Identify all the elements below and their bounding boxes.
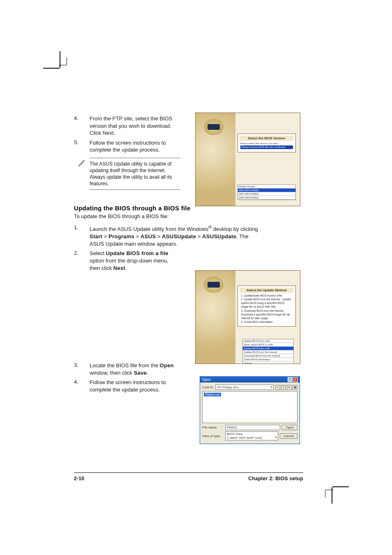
method-panel: Select the Update Method 1. Update/Save …: [238, 286, 296, 327]
open-button[interactable]: Open: [282, 425, 297, 430]
screenshot-select-update-method: Select the Update Method 1. Update/Save …: [195, 270, 300, 364]
ftp-instructions: 4. From the FTP site, select the BIOS ve…: [74, 115, 180, 190]
close-icon[interactable]: ×: [293, 377, 298, 382]
panel-title: Select the BIOS Version: [240, 136, 294, 141]
version-option[interactable]: 1009 (05/17/2002): [238, 189, 295, 192]
list-item: 4. From the FTP site, select the BIOS ve…: [74, 115, 180, 137]
page-number: 2-10: [74, 476, 84, 481]
filename-input[interactable]: P5AD2: [225, 425, 280, 430]
list-item: 4. Follow the screen instructions to com…: [74, 379, 180, 393]
asus-label: ASUS: [141, 233, 156, 240]
file-instructions: 1. Launch the ASUS Update utility from t…: [74, 224, 304, 272]
footer-rule: [74, 472, 303, 473]
version-option[interactable]: 1007 (05/17/2002): [238, 192, 295, 196]
item-text: Locate the BIOS file from the Open windo…: [90, 362, 180, 376]
item-text: Select Update BIOS from a file option fr…: [90, 250, 180, 272]
note-box: The ASUS Update utility is capable of up…: [74, 158, 180, 190]
help-icon[interactable]: ?: [288, 377, 292, 382]
item-number: 4.: [74, 379, 90, 393]
screenshot-select-bios-version: Select the BIOS Version Please select th…: [195, 113, 300, 206]
panel-title: Select the Update Method: [240, 288, 294, 293]
item-text: From the FTP site, select the BIOS versi…: [90, 115, 180, 137]
item-text: Launch the ASUS Update utility from the …: [90, 224, 263, 247]
dropdown-item[interactable]: Check BIOS Information: [243, 358, 293, 362]
note-icon-col: [74, 158, 90, 190]
cancel-button[interactable]: Cancel: [280, 433, 297, 439]
item-number: 4.: [74, 115, 90, 137]
dropdown-item[interactable]: Update BIOS from the Internet: [243, 350, 293, 354]
text: window, then click: [90, 370, 134, 376]
choose-label: Please choose:: [238, 185, 295, 189]
next-label: Next: [113, 265, 125, 271]
file-item[interactable]: P5AD2.rom: [204, 393, 221, 396]
asus-logo-icon: [204, 119, 224, 135]
item-number: 1.: [74, 224, 90, 247]
method-option: 4. Check BIOS Information: [241, 320, 292, 324]
list-item: 5. Follow the screen instructions to com…: [74, 139, 180, 154]
text: Launch the ASUS Update utility from the …: [90, 226, 208, 233]
version-option[interactable]: 1008 (05/13/2002): [238, 196, 295, 200]
item-number: 3.: [74, 362, 90, 376]
text: Locate the BIOS file from the: [90, 362, 160, 368]
filetype-value: BIOS Files (*.awd/*.bin/*.ami/*.rom): [227, 432, 262, 440]
up-icon[interactable]: ⇑: [281, 385, 286, 390]
version-panel: Select the BIOS Version Please select th…: [238, 134, 296, 153]
back-icon[interactable]: ⇐: [275, 385, 280, 390]
reg-mark: ®: [208, 225, 212, 230]
text: Select: [90, 250, 106, 256]
separator: >: [156, 233, 162, 240]
page-footer: 2-10 Chapter 2: BIOS setup: [74, 476, 303, 481]
bios-file-dropdown[interactable]: Please choose BIOS file from combobox: [240, 145, 293, 150]
list-item: 2. Select Update BIOS from a file option…: [74, 250, 180, 272]
dropdown-item[interactable]: Update BIOS from a file: [243, 347, 293, 350]
open-label: Open: [160, 362, 174, 368]
item-text: Follow the screen instructions to comple…: [90, 139, 180, 154]
version-listbox[interactable]: Please choose: 1009 (05/17/2002) 1007 (0…: [238, 184, 296, 200]
dropdown-item[interactable]: Save current BIOS to a file: [243, 343, 293, 347]
item-text: Follow the screen instructions to comple…: [90, 379, 180, 393]
views-icon[interactable]: ▦: [293, 385, 297, 390]
method-options: 1. Update/Save BIOS from/to a file. 2. U…: [240, 293, 294, 325]
option-label: Update BIOS from a file: [106, 250, 168, 256]
asus-logo-icon: [204, 276, 224, 293]
lookin-value: 3½ Floppy (A:): [217, 385, 238, 389]
chapter-label: Chapter 2: BIOS setup: [248, 476, 303, 481]
lookin-label: Look in:: [202, 385, 214, 389]
method-option: 1. Update/Save BIOS from/to a file.: [241, 294, 292, 297]
start-label: Start: [90, 233, 102, 240]
method-dropdown[interactable]: Update BIOS from a file Save current BIO…: [242, 339, 293, 364]
text: .: [147, 370, 148, 376]
asusupdate-label: ASUSUpdate: [162, 233, 196, 240]
new-folder-icon[interactable]: ✳: [287, 385, 292, 390]
asusupdate-label: ASUSUpdate: [202, 233, 236, 240]
method-option: 2. Update BIOS from the Internet - Updat…: [241, 297, 292, 309]
text: .: [125, 265, 127, 271]
separator: >: [196, 233, 202, 240]
note-text: The ASUS Update utility is capable of up…: [90, 158, 180, 190]
screenshot-open-dialog: Open ?× Look in: 3½ Floppy (A:) ⇐ ⇑ ✳ ▦: [200, 376, 300, 444]
text: desktop by clicking: [212, 226, 258, 233]
section-sub: To update the BIOS through a BIOS file:: [74, 213, 304, 219]
filetype-dropdown[interactable]: BIOS Files (*.awd/*.bin/*.ami/*.rom): [225, 431, 278, 440]
dialog-title: Open: [202, 378, 211, 382]
item-number: 5.: [74, 139, 90, 154]
method-option: 3. Download BIOS from the Internet - Dow…: [241, 309, 292, 320]
separator: >: [102, 233, 108, 240]
list-item: 1. Launch the ASUS Update utility from t…: [74, 224, 263, 247]
lookin-dropdown[interactable]: 3½ Floppy (A:): [215, 385, 274, 390]
dropdown-item[interactable]: Download BIOS from the Internet: [243, 354, 293, 358]
filetype-label: Files of type:: [202, 434, 224, 438]
dropdown-selected[interactable]: Update BIOS from a file: [243, 339, 293, 343]
programs-label: Programs: [108, 233, 134, 240]
dropdown-item[interactable]: Options: [243, 362, 293, 364]
panel-hint: Please select the version you want.: [240, 142, 293, 145]
toolbar-icons: ⇐ ⇑ ✳ ▦: [275, 385, 297, 390]
filename-label: File name:: [202, 426, 224, 429]
save-label: Save: [134, 370, 147, 376]
filename-value: P5AD2: [227, 426, 237, 429]
pen-icon: [77, 159, 86, 168]
item-number: 2.: [74, 250, 90, 272]
separator: >: [134, 233, 141, 240]
help-close-icons: ?×: [288, 378, 298, 382]
file-list-area[interactable]: P5AD2.rom: [202, 391, 297, 423]
